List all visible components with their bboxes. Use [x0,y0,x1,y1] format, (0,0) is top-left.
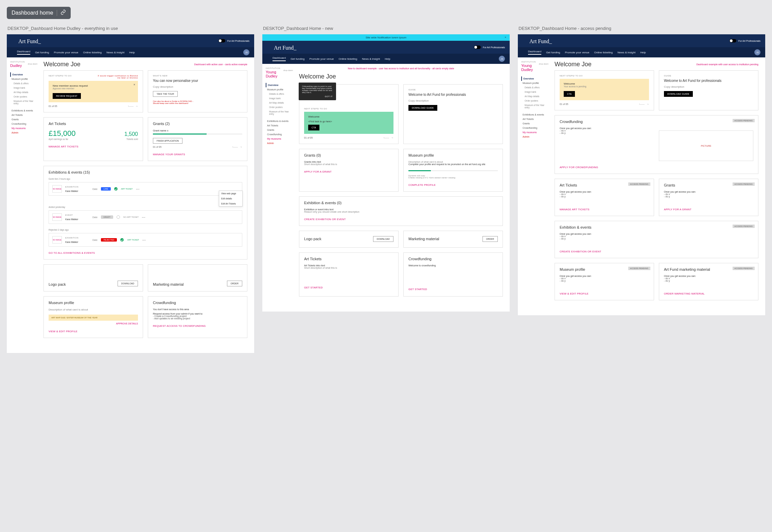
sidebar-grants[interactable]: Grants [10,117,37,122]
download-button[interactable]: DOWNLOAD [118,281,138,286]
avatar[interactable]: JB [499,56,505,62]
avatar[interactable]: JB [243,49,249,55]
nav-funding[interactable]: Get funding [291,57,304,60]
apply-grant-link[interactable]: APPLY FOR A GRANT [304,170,393,173]
sidebar-my-museums[interactable]: My museums [521,130,548,135]
close-icon[interactable]: × [134,83,135,86]
order-button[interactable]: ORDER [482,236,498,242]
sidebar-tickets[interactable]: Art Tickets [266,123,293,128]
event-row[interactable]: NO IMAGE EVENT Kara Walker Date DRAFT NO… [49,210,242,224]
cta-button[interactable]: CTA [308,125,319,130]
pager-next-icon[interactable]: → [647,103,649,105]
sidebar-profile[interactable]: Museum profile [266,87,293,92]
nav-help[interactable]: Help [640,51,646,54]
pager-prev-icon[interactable]: ‹—— [128,105,134,107]
apply-grant-link[interactable]: APPLY FOR A GRANT [664,208,753,211]
approve-details-link[interactable]: APPROVE DETAILS [116,322,138,325]
view-profile-link[interactable]: VIEW & EDIT PROFILE [49,330,138,333]
pager-prev-icon[interactable]: ‹—— [232,146,238,148]
take-tour-button[interactable]: TAKE THE TOUR [153,91,178,97]
sidebar-sub-posters[interactable]: Order posters [266,105,293,109]
sidebar-sub-artmap[interactable]: Art Map details [266,101,293,105]
download-guide-button[interactable]: DOWNLOAD GUIDE [664,91,693,97]
sidebar-exhibitions[interactable]: Exhibitions & events [10,108,37,113]
sidebar-sub-details[interactable]: Details & offers [266,92,293,96]
more-icon[interactable]: ••• [142,216,145,218]
exhibition-row[interactable]: NO IMAGE EXHIBITION Kara Walker Date LIV… [49,182,242,196]
sidebar-sub-moty[interactable]: Museum of the Year entry [521,103,548,110]
more-icon[interactable]: ••• [136,188,140,190]
manage-tickets-link[interactable]: MANAGE ART TICKETS [49,145,138,148]
sidebar-tickets[interactable]: Art Tickets [10,113,37,117]
sidebar-exhibitions[interactable]: Exhibitions & events [266,119,293,123]
sidebar-grants[interactable]: Grants [266,128,293,132]
more-icon[interactable]: ••• [142,239,146,241]
exhibition-row-rejected[interactable]: NO IMAGE EXHIBITION Kara Walker Date REJ… [49,233,242,247]
brand-logo[interactable]: Art Fund_ [523,37,760,47]
create-exhibition-link[interactable]: CREATE EXHIBITION OR EVENT [560,250,753,253]
sidebar-grants[interactable]: Grants [521,121,548,126]
close-icon[interactable]: × [505,36,506,39]
nav-help[interactable]: Help [385,57,390,60]
sidebar-tickets[interactable]: Art Tickets [521,117,548,121]
manage-tickets-link[interactable]: MANAGE ART TICKETS [560,208,649,211]
menu-edit[interactable]: Edit details [219,196,242,201]
manage-grants-link[interactable]: MANAGE YOUR GRANTS [153,153,242,156]
nav-ticketing[interactable]: Online ticketing [594,51,613,54]
nav-help[interactable]: Help [129,51,135,54]
institution-dropdown[interactable]: drop down [539,63,548,65]
link-icon[interactable] [60,10,66,16]
role-toggle[interactable] [218,39,225,42]
nav-promote[interactable]: Promote your venue [565,51,590,54]
sidebar-sub-image[interactable]: Image bank [266,96,293,101]
get-started-link[interactable]: GET STARTED [408,288,498,291]
nav-funding[interactable]: Get funding [546,51,560,54]
brand-logo[interactable]: Art Fund_ [12,37,249,47]
sidebar-admin[interactable]: Admin [521,135,548,139]
nav-news[interactable]: News & insight [362,57,380,60]
sidebar-my-museums[interactable]: My museums [10,126,37,130]
nav-ticketing[interactable]: Online ticketing [83,51,102,54]
sidebar-sub-details[interactable]: Details & offers [521,85,548,90]
pager-next-icon[interactable]: → [136,105,138,107]
sidebar-sub-image[interactable]: Image bank [521,90,548,94]
download-button[interactable]: DOWNLOAD [373,236,393,242]
sidebar-crowd[interactable]: Crowdfunding [10,122,37,126]
pager-next-icon[interactable]: → [240,146,242,148]
got-it-button[interactable]: GOT IT [302,95,333,97]
sidebar-sub-image[interactable]: Image bank [10,86,37,90]
sidebar-sub-details[interactable]: Details & offers [10,81,37,86]
institution-dropdown[interactable]: drop down [28,63,37,65]
view-profile-link[interactable]: VIEW & EDIT PROFILE [560,292,649,295]
nav-ticketing[interactable]: Online ticketing [339,57,357,60]
pager-prev-icon[interactable]: ‹—— [384,137,389,139]
nav-promote[interactable]: Promote your venue [54,51,78,54]
sidebar-crowd[interactable]: Crowdfunding [266,132,293,137]
sidebar-sub-artmap[interactable]: Art Map details [521,94,548,99]
pager-next-icon[interactable]: → [391,137,393,139]
avatar[interactable]: JB [754,49,760,55]
sidebar-admin[interactable]: Admin [10,130,37,135]
all-exhibitions-link[interactable]: GO TO ALL EXHIBITIONS & EVENTS [49,251,242,254]
nav-news[interactable]: News & insight [106,51,124,54]
sidebar-profile[interactable]: Museum profile [521,81,548,85]
nav-dashboard[interactable]: Dashboard [17,50,30,55]
sidebar-overview[interactable]: Overview [521,76,548,81]
sidebar-overview[interactable]: Overview [10,72,37,77]
request-access-link[interactable]: REQUEST ACCESS TO CROWDFUNDING [153,324,242,327]
nav-news[interactable]: News & insight [617,51,635,54]
nav-dashboard[interactable]: Dashboard [528,50,541,55]
sidebar-sub-artmap[interactable]: Art Map details [10,90,37,94]
review-request-button[interactable]: REVIEW REQUEST [53,93,81,99]
sidebar-crowd[interactable]: Crowdfunding [521,126,548,130]
role-toggle[interactable] [730,39,736,42]
role-toggle[interactable] [474,46,481,49]
sidebar-sub-moty[interactable]: Museum of the Year entry [266,109,293,116]
create-exhibition-link[interactable]: CREATE EXHIBITION OR EVENT [304,218,498,221]
sidebar-sub-posters[interactable]: Order posters [10,94,37,99]
get-started-link[interactable]: GET STARTED [304,286,393,289]
sidebar-my-museums[interactable]: My museums [266,137,293,141]
sidebar-admin[interactable]: Admin [266,141,293,145]
sidebar-overview[interactable]: Overview [266,83,293,87]
sidebar-profile[interactable]: Museum profile [10,77,37,81]
